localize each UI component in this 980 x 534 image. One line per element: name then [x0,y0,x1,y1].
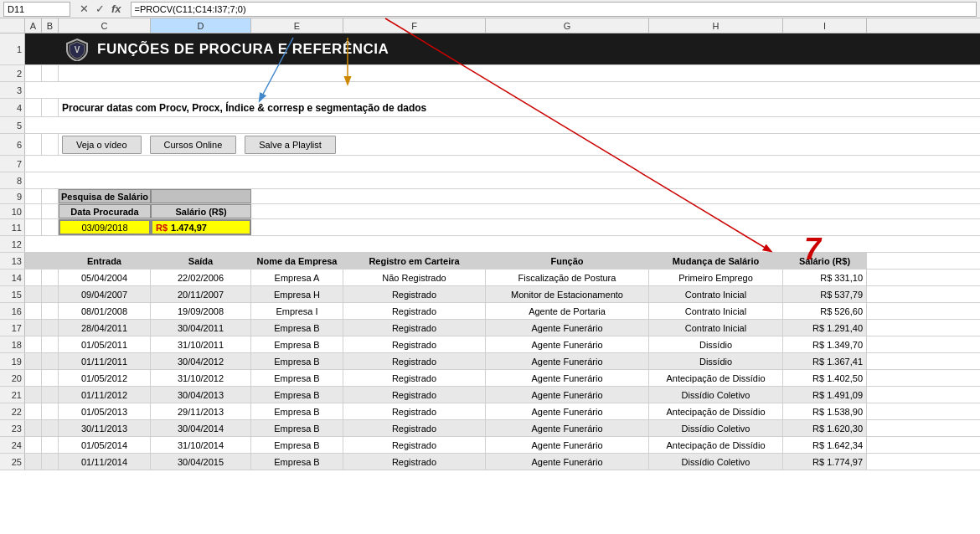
col-header-d[interactable]: D [151,18,251,33]
cell-a4[interactable] [25,99,42,116]
cell-c25[interactable]: 01/11/2014 [59,454,151,470]
cell-b23[interactable] [42,420,59,436]
cell-b22[interactable] [42,403,59,419]
salve-playlist-button[interactable]: Salve a Playlist [245,136,336,154]
cell-c15[interactable]: 09/04/2007 [59,286,151,302]
cell-i16[interactable]: R$ 526,60 [783,303,867,319]
cell-a23[interactable] [25,420,42,436]
cell-i20[interactable]: R$ 1.402,50 [783,370,867,386]
cell-h25[interactable]: Dissídio Coletivo [649,454,783,470]
col-header-g[interactable]: G [486,18,649,33]
cell-h21[interactable]: Dissídio Coletivo [649,387,783,403]
cell-i24[interactable]: R$ 1.642,34 [783,437,867,453]
col-header-i[interactable]: I [783,18,867,33]
cell-f25[interactable]: Registrado [343,454,486,470]
cell-e25[interactable]: Empresa B [251,454,343,470]
cell-f14[interactable]: Não Registrado [343,270,486,285]
cell-f15[interactable]: Registrado [343,286,486,302]
cell-b15[interactable] [42,286,59,302]
cell-d16[interactable]: 19/09/2008 [151,303,251,319]
cell-f21[interactable]: Registrado [343,387,486,403]
cell-d24[interactable]: 31/10/2014 [151,437,251,453]
cell-e19[interactable]: Empresa B [251,353,343,369]
cell-a17[interactable] [25,320,42,336]
cell-h23[interactable]: Dissídio Coletivo [649,420,783,436]
cell-f23[interactable]: Registrado [343,420,486,436]
fx-icon[interactable]: fx [109,2,124,16]
cell-c17[interactable]: 28/04/2011 [59,320,151,336]
cell-h16[interactable]: Contrato Inicial [649,303,783,319]
cell-g21[interactable]: Agente Funerário [486,387,649,403]
cell-a13[interactable] [25,253,42,269]
cell-c18[interactable]: 01/05/2011 [59,336,151,352]
cell-a11[interactable] [25,219,42,235]
cell-d20[interactable]: 31/10/2012 [151,370,251,386]
cell-f17[interactable]: Registrado [343,320,486,336]
cell-a22[interactable] [25,403,42,419]
cell-h20[interactable]: Antecipação de Dissídio [649,370,783,386]
cell-f18[interactable]: Registrado [343,336,486,352]
cell-e21[interactable]: Empresa B [251,387,343,403]
cell-a25[interactable] [25,454,42,470]
cell-i18[interactable]: R$ 1.349,70 [783,336,867,352]
cell-b2[interactable] [42,65,59,81]
veja-video-button[interactable]: Veja o vídeo [62,136,142,154]
col-header-h[interactable]: H [649,18,783,33]
cell-e24[interactable]: Empresa B [251,437,343,453]
cell-h13[interactable]: Mudança de Salário [649,253,783,269]
col-header-a[interactable]: A [25,18,42,33]
cell-b19[interactable] [42,353,59,369]
cell-g20[interactable]: Agente Funerário [486,370,649,386]
cell-f22[interactable]: Registrado [343,403,486,419]
cell-b18[interactable] [42,336,59,352]
cell-e16[interactable]: Empresa I [251,303,343,319]
cell-c24[interactable]: 01/05/2014 [59,437,151,453]
cell-a16[interactable] [25,303,42,319]
cell-g23[interactable]: Agente Funerário [486,420,649,436]
cell-c21[interactable]: 01/11/2012 [59,387,151,403]
cell-h17[interactable]: Contrato Inicial [649,320,783,336]
cell-e20[interactable]: Empresa B [251,370,343,386]
cell-h24[interactable]: Antecipação de Dissídio [649,437,783,453]
cell-i22[interactable]: R$ 1.538,90 [783,403,867,419]
cell-c10[interactable]: Data Procurada [59,204,151,218]
col-header-e[interactable]: E [251,18,343,33]
cell-i14[interactable]: R$ 331,10 [783,270,867,285]
cell-b17[interactable] [42,320,59,336]
cross-icon[interactable]: ✕ [77,2,91,16]
cell-g22[interactable]: Agente Funerário [486,403,649,419]
cell-b9[interactable] [42,189,59,203]
cell-h19[interactable]: Dissídio [649,353,783,369]
cell-b10[interactable] [42,204,59,218]
cell-d9[interactable] [151,189,251,203]
cell-b4[interactable] [42,99,59,116]
cell-g14[interactable]: Fiscalização de Postura [486,270,649,285]
cell-i19[interactable]: R$ 1.367,41 [783,353,867,369]
cell-e17[interactable]: Empresa B [251,320,343,336]
cell-f16[interactable]: Registrado [343,303,486,319]
cell-d10[interactable]: Salário (R$) [151,204,251,218]
cell-a24[interactable] [25,437,42,453]
cell-b20[interactable] [42,370,59,386]
cell-h22[interactable]: Antecipação de Dissídio [649,403,783,419]
cell-b16[interactable] [42,303,59,319]
cell-d18[interactable]: 31/10/2011 [151,336,251,352]
cell-f24[interactable]: Registrado [343,437,486,453]
cell-h15[interactable]: Contrato Inicial [649,286,783,302]
cell-d15[interactable]: 20/11/2007 [151,286,251,302]
cell-c19[interactable]: 01/11/2011 [59,353,151,369]
cell-g24[interactable]: Agente Funerário [486,437,649,453]
cell-b6[interactable] [42,134,59,155]
cell-d21[interactable]: 30/04/2013 [151,387,251,403]
cell-c13[interactable]: Entrada [59,253,151,269]
cell-b25[interactable] [42,454,59,470]
col-header-f[interactable]: F [343,18,486,33]
cell-d11[interactable]: R$ 1.474,97 [151,219,251,235]
cell-d22[interactable]: 29/11/2013 [151,403,251,419]
cell-g15[interactable]: Monitor de Estacionamento [486,286,649,302]
check-icon[interactable]: ✓ [93,2,107,16]
cell-g18[interactable]: Agente Funerário [486,336,649,352]
cell-g19[interactable]: Agente Funerário [486,353,649,369]
cell-d17[interactable]: 30/04/2011 [151,320,251,336]
cell-b13[interactable] [42,253,59,269]
